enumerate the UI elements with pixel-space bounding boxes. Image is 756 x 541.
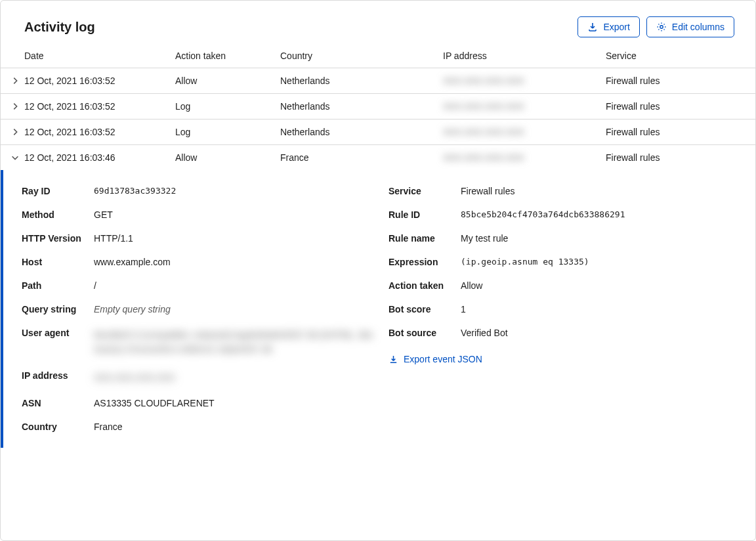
detail-col-left: Ray ID 69d13783ac393322 Method GET HTTP … bbox=[22, 186, 388, 432]
detail-value-service: Firewall rules bbox=[461, 186, 528, 196]
detail-value-bot-source: Verified Bot bbox=[461, 328, 521, 338]
detail-label-query-string: Query string bbox=[22, 304, 94, 314]
detail-value-http-version: HTTP/1.1 bbox=[94, 233, 146, 244]
cell-ip: XXX.XXX.XXX.XXX bbox=[443, 127, 606, 137]
cell-ip: XXX.XXX.XXX.XXX bbox=[443, 101, 606, 112]
detail-value-host: www.example.com bbox=[94, 257, 184, 267]
cell-action: Allow bbox=[175, 152, 280, 163]
detail-label-ip-address: IP address bbox=[22, 370, 94, 381]
activity-log-panel: Activity log Export Edit columns Date Ac… bbox=[0, 0, 756, 541]
edit-columns-button[interactable]: Edit columns bbox=[646, 16, 734, 37]
table-row[interactable]: 12 Oct, 2021 16:03:52 Allow Netherlands … bbox=[1, 68, 755, 94]
cell-date: 12 Oct, 2021 16:03:46 bbox=[24, 152, 175, 163]
gear-icon bbox=[656, 22, 667, 32]
col-header-ip: IP address bbox=[443, 51, 606, 61]
detail-value-method: GET bbox=[94, 209, 126, 220]
chevron-right-icon bbox=[6, 102, 24, 111]
detail-label-method: Method bbox=[22, 209, 94, 220]
col-header-action: Action taken bbox=[175, 51, 280, 61]
detail-label-ray-id: Ray ID bbox=[22, 186, 94, 196]
export-button[interactable]: Export bbox=[578, 16, 639, 37]
detail-label-rule-name: Rule name bbox=[388, 233, 461, 244]
cell-country: Netherlands bbox=[280, 76, 443, 86]
cell-country: Netherlands bbox=[280, 127, 443, 137]
detail-value-bot-score: 1 bbox=[461, 304, 479, 314]
detail-value-asn: AS13335 CLOUDFLARENET bbox=[94, 398, 228, 408]
detail-value-query-string: Empty query string bbox=[94, 304, 184, 314]
detail-label-http-version: HTTP Version bbox=[22, 233, 94, 244]
svg-point-0 bbox=[660, 26, 663, 28]
col-header-date: Date bbox=[24, 51, 175, 61]
cell-service: Firewall rules bbox=[606, 127, 755, 137]
detail-col-right: Service Firewall rules Rule ID 85bce5b20… bbox=[388, 186, 755, 432]
edit-columns-button-label: Edit columns bbox=[672, 22, 724, 32]
detail-value-ray-id: 69d13783ac393322 bbox=[94, 186, 189, 196]
detail-label-action-taken: Action taken bbox=[388, 280, 461, 291]
cell-country: Netherlands bbox=[280, 101, 443, 112]
table-row[interactable]: 12 Oct, 2021 16:03:52 Log Netherlands XX… bbox=[1, 119, 755, 145]
detail-value-rule-id: 85bce5b204cf4703a764dcb633886291 bbox=[461, 209, 638, 219]
export-button-label: Export bbox=[603, 22, 629, 32]
detail-label-rule-id: Rule ID bbox=[388, 209, 461, 220]
cell-date: 12 Oct, 2021 16:03:52 bbox=[24, 101, 175, 112]
cell-ip: XXX.XXX.XXX.XXX bbox=[443, 152, 606, 163]
row-detail-panel: Ray ID 69d13783ac393322 Method GET HTTP … bbox=[1, 170, 755, 448]
cell-ip: XXX.XXX.XXX.XXX bbox=[443, 76, 606, 86]
col-header-service: Service bbox=[606, 51, 755, 61]
detail-label-path: Path bbox=[22, 280, 94, 291]
download-icon bbox=[388, 355, 398, 364]
export-event-json-link[interactable]: Export event JSON bbox=[388, 354, 482, 364]
detail-label-bot-source: Bot source bbox=[388, 328, 461, 338]
chevron-down-icon bbox=[6, 153, 24, 162]
detail-value-rule-name: My test rule bbox=[461, 233, 521, 244]
detail-label-service: Service bbox=[388, 186, 461, 196]
cell-service: Firewall rules bbox=[606, 101, 755, 112]
detail-label-expression: Expression bbox=[388, 257, 461, 267]
detail-value-path: / bbox=[94, 280, 110, 291]
chevron-right-icon bbox=[6, 127, 24, 137]
cell-action: Log bbox=[175, 101, 280, 112]
detail-value-expression: (ip.geoip.asnum eq 13335) bbox=[461, 257, 602, 267]
detail-value-action-taken: Allow bbox=[461, 280, 495, 291]
detail-value-user-agent: Mozilla/5.0 (compatible; redacted) Apple… bbox=[94, 328, 388, 357]
cell-action: Log bbox=[175, 127, 280, 137]
detail-label-host: Host bbox=[22, 257, 94, 267]
page-title: Activity log bbox=[24, 20, 95, 35]
table-row[interactable]: 12 Oct, 2021 16:03:52 Log Netherlands XX… bbox=[1, 94, 755, 119]
detail-label-asn: ASN bbox=[22, 398, 94, 408]
col-header-country: Country bbox=[280, 51, 443, 61]
detail-label-bot-score: Bot score bbox=[388, 304, 461, 314]
cell-service: Firewall rules bbox=[606, 76, 755, 86]
header-actions: Export Edit columns bbox=[578, 16, 734, 37]
chevron-right-icon bbox=[6, 76, 24, 85]
detail-value-ip-address: XXX.XXX.XXX.XXX bbox=[94, 370, 188, 385]
cell-service: Firewall rules bbox=[606, 152, 755, 163]
detail-label-user-agent: User agent bbox=[22, 328, 94, 338]
export-event-json-label: Export event JSON bbox=[404, 354, 482, 364]
table-row[interactable]: 12 Oct, 2021 16:03:46 Allow France XXX.X… bbox=[1, 145, 755, 170]
cell-date: 12 Oct, 2021 16:03:52 bbox=[24, 76, 175, 86]
panel-header: Activity log Export Edit columns bbox=[1, 1, 755, 51]
detail-label-country: Country bbox=[22, 422, 94, 432]
cell-action: Allow bbox=[175, 76, 280, 86]
detail-value-country: France bbox=[94, 422, 136, 432]
table-header: Date Action taken Country IP address Ser… bbox=[1, 51, 755, 68]
download-icon bbox=[587, 22, 598, 32]
cell-date: 12 Oct, 2021 16:03:52 bbox=[24, 127, 175, 137]
cell-country: France bbox=[280, 152, 443, 163]
